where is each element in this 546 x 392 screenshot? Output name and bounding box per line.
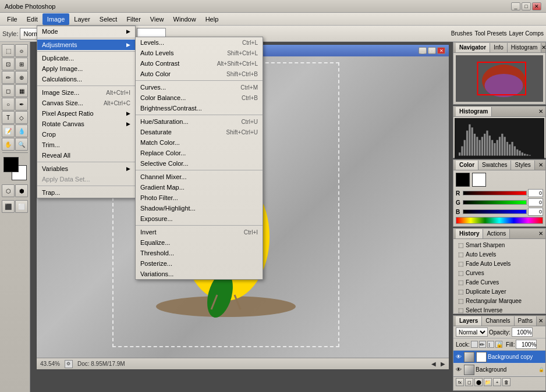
sub-curves[interactable]: Curves... Ctrl+M <box>136 82 263 92</box>
fg-color-swatch[interactable] <box>456 173 470 187</box>
sub-threshold[interactable]: Threshold... <box>136 248 263 258</box>
green-value[interactable]: 0 <box>528 198 543 206</box>
menu-filter[interactable]: Filter <box>122 13 145 25</box>
color-panel-close[interactable]: ✕ <box>538 162 543 168</box>
history-panel-close[interactable]: ✕ <box>538 230 543 237</box>
tool-screen-mode[interactable]: ⬢ <box>15 184 28 197</box>
lock-all-btn[interactable]: 🔒 <box>495 341 502 348</box>
fill-input[interactable] <box>516 340 537 349</box>
tab-actions[interactable]: Actions <box>483 229 510 238</box>
tab-layers[interactable]: Layers <box>456 316 482 326</box>
tab-styles[interactable]: Styles <box>511 161 534 170</box>
history-item-2[interactable]: ⬚ Fade Auto Levels <box>455 259 544 268</box>
tool-gradient[interactable]: ▦ <box>15 84 28 97</box>
tab-color[interactable]: Color <box>456 161 478 170</box>
sub-hue-sat[interactable]: Hue/Saturation... Ctrl+U <box>136 116 263 127</box>
layer-vis-1[interactable]: 👁 <box>455 366 463 374</box>
blue-value[interactable]: 0 <box>528 208 543 216</box>
tool-lasso[interactable]: ⌾ <box>15 44 28 57</box>
layer-row-0[interactable]: 👁 Background copy <box>453 351 545 364</box>
sub-auto-levels[interactable]: Auto Levels Shift+Ctrl+L <box>136 48 263 58</box>
tab-paths[interactable]: Paths <box>515 316 537 326</box>
menu-item-variables[interactable]: Variables ▶ <box>37 163 135 174</box>
lock-image-btn[interactable]: ✏ <box>479 341 486 348</box>
tool-notes[interactable]: 📝 <box>2 124 15 137</box>
tool-marquee[interactable]: ⬚ <box>2 44 15 57</box>
history-item-6[interactable]: ⬚ Rectangular Marquee <box>455 296 544 305</box>
menu-file[interactable]: File <box>2 13 22 25</box>
tool-patch[interactable]: ⊞ <box>15 58 28 70</box>
sub-posterize[interactable]: Posterize... <box>136 258 263 269</box>
status-icon[interactable]: ⚙ <box>65 360 73 368</box>
sub-color-balance[interactable]: Color Balance... Ctrl+B <box>136 92 263 103</box>
tab-histogram-2[interactable]: Histogram <box>456 107 492 116</box>
layer-vis-0[interactable]: 👁 <box>455 353 463 361</box>
menu-item-pixel-aspect[interactable]: Pixel Aspect Ratio ▶ <box>37 108 135 119</box>
sub-levels[interactable]: Levels... Ctrl+L <box>136 37 263 48</box>
menu-item-calculations[interactable]: Calculations... <box>37 74 135 84</box>
bg-color-swatch[interactable] <box>472 173 486 187</box>
sub-auto-contrast[interactable]: Auto Contrast Alt+Shift+Ctrl+L <box>136 58 263 69</box>
menu-layer[interactable]: Layer <box>69 13 95 25</box>
tab-histogram[interactable]: Histogram <box>508 43 542 52</box>
tab-channels[interactable]: Channels <box>482 316 514 326</box>
menu-item-trim[interactable]: Trim... <box>37 140 135 150</box>
layer-adj-btn[interactable]: ⬤ <box>474 378 483 386</box>
statusbar-scroll-left[interactable]: ◀ <box>431 361 436 367</box>
menu-item-rotate-canvas[interactable]: Rotate Canvas ▶ <box>37 119 135 129</box>
menu-item-apply-image[interactable]: Apply Image... <box>37 63 135 74</box>
color-spectrum[interactable] <box>456 217 543 224</box>
tool-type[interactable]: T <box>2 111 15 124</box>
tool-hand[interactable]: ✋ <box>2 138 15 151</box>
sub-variations[interactable]: Variations... <box>136 269 263 279</box>
history-item-5[interactable]: ⬚ Duplicate Layer <box>455 287 544 296</box>
layer-row-1[interactable]: 👁 Background 🔒 <box>453 364 545 376</box>
sub-selective-color[interactable]: Selective Color... <box>136 158 263 169</box>
menu-item-crop[interactable]: Crop <box>37 129 135 140</box>
tool-zoom[interactable]: 🔍 <box>15 138 28 151</box>
menu-window[interactable]: Window <box>169 13 201 25</box>
history-item-0[interactable]: ⬚ Smart Sharpen <box>455 240 544 250</box>
sub-auto-color[interactable]: Auto Color Shift+Ctrl+B <box>136 69 263 79</box>
history-item-3[interactable]: ⬚ Curves <box>455 268 544 277</box>
menu-item-trap[interactable]: Trap... <box>37 187 135 198</box>
sub-photo-filter[interactable]: Photo Filter... <box>136 193 263 203</box>
layer-style-btn[interactable]: fx <box>456 378 464 386</box>
layers-panel-close[interactable]: ✕ <box>538 318 543 324</box>
brushes-panel-btn[interactable]: Brushes <box>451 30 473 37</box>
sub-channel-mixer[interactable]: Channel Mixer... <box>136 172 263 182</box>
tool-extra[interactable]: ⬜ <box>15 200 28 213</box>
menu-item-duplicate[interactable]: Duplicate... <box>37 53 135 63</box>
tab-swatches[interactable]: Swatches <box>478 161 511 170</box>
menu-view[interactable]: View <box>146 13 169 25</box>
tool-imageready[interactable]: ⬛ <box>2 200 15 213</box>
lock-transparent-btn[interactable] <box>471 341 478 348</box>
menu-select[interactable]: Select <box>95 13 122 25</box>
red-value[interactable]: 0 <box>528 189 543 197</box>
menu-item-apply-dataset[interactable]: Apply Data Set... <box>37 174 135 184</box>
menu-item-adjustments[interactable]: Adjustments ▶ <box>37 40 135 50</box>
tool-mask-mode[interactable]: ⬡ <box>2 184 15 197</box>
sub-brightness[interactable]: Brightness/Contrast... <box>136 103 263 113</box>
statusbar-scroll-right[interactable]: ▶ <box>441 361 445 367</box>
history-item-1[interactable]: ⬚ Auto Levels <box>455 250 544 259</box>
opacity-input[interactable] <box>512 327 533 337</box>
menu-item-canvas-size[interactable]: Canvas Size... Alt+Ctrl+C <box>37 98 135 108</box>
tool-stamp[interactable]: ⊕ <box>15 71 28 84</box>
tab-navigator[interactable]: Navigator <box>456 43 490 52</box>
menu-item-image-size[interactable]: Image Size... Alt+Ctrl+I <box>37 87 135 98</box>
tool-shape[interactable]: ◇ <box>15 111 28 124</box>
menu-help[interactable]: Help <box>201 13 224 25</box>
foreground-color-swatch[interactable] <box>3 157 19 172</box>
red-slider[interactable] <box>463 191 527 195</box>
navigator-panel-close[interactable]: ✕ <box>541 44 546 51</box>
tool-eraser[interactable]: ◻ <box>2 84 15 97</box>
tool-pen[interactable]: ✒ <box>15 98 28 111</box>
color-swatches[interactable] <box>3 157 27 180</box>
close-button[interactable]: ✕ <box>532 2 541 10</box>
history-item-4[interactable]: ⬚ Fade Curves <box>455 277 544 287</box>
maximize-button[interactable]: □ <box>522 2 531 10</box>
tab-info[interactable]: Info <box>490 43 508 52</box>
layer-delete-btn[interactable]: 🗑 <box>502 378 510 386</box>
doc-close-btn[interactable]: ✕ <box>437 47 445 54</box>
